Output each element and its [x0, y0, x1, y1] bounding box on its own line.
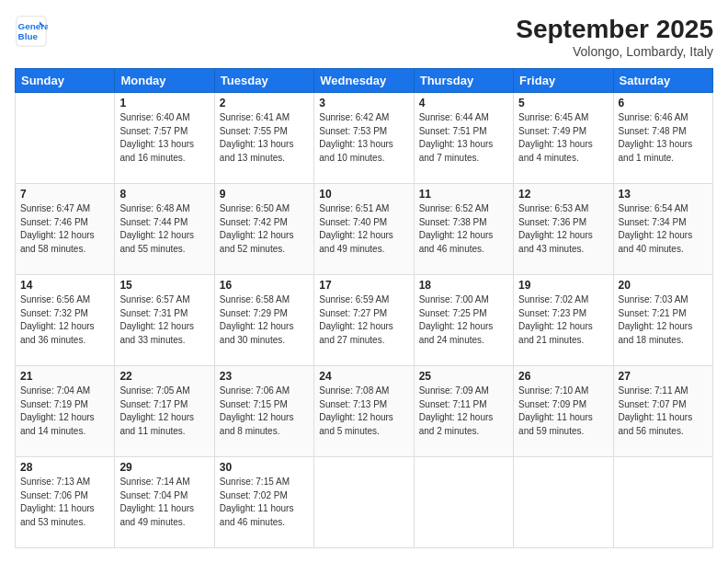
- day-info: Sunrise: 7:09 AM Sunset: 7:11 PM Dayligh…: [419, 385, 508, 438]
- day-header-thursday: Thursday: [414, 69, 513, 93]
- day-info: Sunrise: 7:08 AM Sunset: 7:13 PM Dayligh…: [319, 385, 408, 438]
- svg-text:Blue: Blue: [18, 31, 39, 41]
- day-number: 15: [119, 279, 209, 292]
- calendar-cell: 12Sunrise: 6:53 AM Sunset: 7:36 PM Dayli…: [514, 184, 613, 275]
- day-info: Sunrise: 6:46 AM Sunset: 7:48 PM Dayligh…: [619, 111, 708, 165]
- calendar-cell: 4Sunrise: 6:44 AM Sunset: 7:51 PM Daylig…: [414, 93, 513, 184]
- day-info: Sunrise: 7:11 AM Sunset: 7:07 PM Dayligh…: [619, 385, 708, 438]
- day-number: 14: [20, 279, 109, 292]
- day-header-tuesday: Tuesday: [214, 69, 313, 93]
- calendar-cell: 6Sunrise: 6:46 AM Sunset: 7:48 PM Daylig…: [613, 93, 712, 184]
- day-number: 3: [319, 97, 408, 109]
- calendar-cell: 9Sunrise: 6:50 AM Sunset: 7:42 PM Daylig…: [214, 184, 313, 275]
- day-info: Sunrise: 6:52 AM Sunset: 7:38 PM Dayligh…: [419, 202, 508, 256]
- calendar-cell: 30Sunrise: 7:15 AM Sunset: 7:02 PM Dayli…: [214, 457, 313, 548]
- calendar-cell: 23Sunrise: 7:06 AM Sunset: 7:15 PM Dayli…: [214, 366, 313, 457]
- calendar-cell: 11Sunrise: 6:52 AM Sunset: 7:38 PM Dayli…: [414, 184, 513, 275]
- day-header-monday: Monday: [115, 69, 214, 93]
- calendar-cell: 3Sunrise: 6:42 AM Sunset: 7:53 PM Daylig…: [314, 93, 414, 184]
- calendar-cell: 13Sunrise: 6:54 AM Sunset: 7:34 PM Dayli…: [613, 184, 712, 275]
- title-block: September 2025 Volongo, Lombardy, Italy: [516, 15, 713, 59]
- calendar-header: SundayMondayTuesdayWednesdayThursdayFrid…: [16, 69, 713, 93]
- day-header-sunday: Sunday: [16, 69, 115, 93]
- day-number: 9: [220, 188, 309, 201]
- day-number: 21: [20, 370, 109, 383]
- day-info: Sunrise: 7:03 AM Sunset: 7:21 PM Dayligh…: [619, 293, 708, 347]
- calendar-cell: 5Sunrise: 6:45 AM Sunset: 7:49 PM Daylig…: [514, 93, 613, 184]
- day-info: Sunrise: 6:58 AM Sunset: 7:29 PM Dayligh…: [220, 293, 309, 347]
- day-number: 26: [518, 370, 608, 383]
- day-info: Sunrise: 6:45 AM Sunset: 7:49 PM Dayligh…: [518, 111, 608, 165]
- calendar-cell: 22Sunrise: 7:05 AM Sunset: 7:17 PM Dayli…: [115, 366, 214, 457]
- calendar-body: 1Sunrise: 6:40 AM Sunset: 7:57 PM Daylig…: [16, 93, 713, 548]
- day-info: Sunrise: 7:00 AM Sunset: 7:25 PM Dayligh…: [419, 293, 508, 347]
- calendar-cell: 14Sunrise: 6:56 AM Sunset: 7:32 PM Dayli…: [16, 275, 115, 366]
- calendar-cell: 15Sunrise: 6:57 AM Sunset: 7:31 PM Dayli…: [115, 275, 214, 366]
- day-number: 4: [419, 97, 508, 109]
- calendar-cell: 19Sunrise: 7:02 AM Sunset: 7:23 PM Dayli…: [514, 275, 613, 366]
- calendar-cell: 1Sunrise: 6:40 AM Sunset: 7:57 PM Daylig…: [115, 93, 214, 184]
- day-header-friday: Friday: [514, 69, 613, 93]
- day-number: 17: [319, 279, 408, 292]
- calendar-cell: 21Sunrise: 7:04 AM Sunset: 7:19 PM Dayli…: [16, 366, 115, 457]
- calendar-week-1: 1Sunrise: 6:40 AM Sunset: 7:57 PM Daylig…: [16, 93, 713, 184]
- day-number: 20: [619, 279, 708, 292]
- calendar-cell: 18Sunrise: 7:00 AM Sunset: 7:25 PM Dayli…: [414, 275, 513, 366]
- day-info: Sunrise: 7:04 AM Sunset: 7:19 PM Dayligh…: [20, 385, 109, 438]
- calendar-cell: 7Sunrise: 6:47 AM Sunset: 7:46 PM Daylig…: [16, 184, 115, 275]
- calendar-cell: [16, 93, 115, 184]
- calendar-cell: 25Sunrise: 7:09 AM Sunset: 7:11 PM Dayli…: [414, 366, 513, 457]
- day-number: 2: [220, 97, 309, 109]
- logo: General Blue: [15, 15, 48, 48]
- day-info: Sunrise: 6:40 AM Sunset: 7:57 PM Dayligh…: [119, 111, 209, 165]
- calendar-cell: 8Sunrise: 6:48 AM Sunset: 7:44 PM Daylig…: [115, 184, 214, 275]
- day-info: Sunrise: 7:10 AM Sunset: 7:09 PM Dayligh…: [518, 385, 608, 438]
- calendar-cell: 17Sunrise: 6:59 AM Sunset: 7:27 PM Dayli…: [314, 275, 414, 366]
- day-number: 29: [119, 461, 209, 474]
- calendar-cell: 16Sunrise: 6:58 AM Sunset: 7:29 PM Dayli…: [214, 275, 313, 366]
- calendar-week-3: 14Sunrise: 6:56 AM Sunset: 7:32 PM Dayli…: [16, 275, 713, 366]
- day-number: 23: [220, 370, 309, 383]
- page-header: General Blue September 2025 Volongo, Lom…: [15, 15, 713, 59]
- day-number: 22: [119, 370, 209, 383]
- month-title: September 2025: [516, 15, 713, 44]
- calendar-cell: 28Sunrise: 7:13 AM Sunset: 7:06 PM Dayli…: [16, 457, 115, 548]
- calendar-cell: [314, 457, 414, 548]
- day-info: Sunrise: 7:05 AM Sunset: 7:17 PM Dayligh…: [119, 385, 209, 438]
- calendar-cell: 2Sunrise: 6:41 AM Sunset: 7:55 PM Daylig…: [214, 93, 313, 184]
- calendar-cell: [514, 457, 613, 548]
- day-info: Sunrise: 6:41 AM Sunset: 7:55 PM Dayligh…: [220, 111, 309, 165]
- day-info: Sunrise: 6:56 AM Sunset: 7:32 PM Dayligh…: [20, 293, 109, 347]
- day-number: 11: [419, 188, 508, 201]
- calendar-cell: 20Sunrise: 7:03 AM Sunset: 7:21 PM Dayli…: [613, 275, 712, 366]
- location: Volongo, Lombardy, Italy: [516, 44, 713, 59]
- day-number: 5: [518, 97, 608, 109]
- calendar-cell: 10Sunrise: 6:51 AM Sunset: 7:40 PM Dayli…: [314, 184, 414, 275]
- day-info: Sunrise: 6:42 AM Sunset: 7:53 PM Dayligh…: [319, 111, 408, 165]
- logo-icon: General Blue: [15, 15, 48, 48]
- day-info: Sunrise: 6:57 AM Sunset: 7:31 PM Dayligh…: [119, 293, 209, 347]
- day-number: 25: [419, 370, 508, 383]
- day-number: 8: [119, 188, 209, 201]
- day-info: Sunrise: 6:47 AM Sunset: 7:46 PM Dayligh…: [20, 202, 109, 256]
- day-number: 10: [319, 188, 408, 201]
- day-number: 28: [20, 461, 109, 474]
- day-number: 7: [20, 188, 109, 201]
- calendar-week-2: 7Sunrise: 6:47 AM Sunset: 7:46 PM Daylig…: [16, 184, 713, 275]
- day-info: Sunrise: 6:48 AM Sunset: 7:44 PM Dayligh…: [119, 202, 209, 256]
- day-number: 24: [319, 370, 408, 383]
- calendar-week-4: 21Sunrise: 7:04 AM Sunset: 7:19 PM Dayli…: [16, 366, 713, 457]
- calendar-cell: 29Sunrise: 7:14 AM Sunset: 7:04 PM Dayli…: [115, 457, 214, 548]
- day-number: 19: [518, 279, 608, 292]
- day-info: Sunrise: 7:02 AM Sunset: 7:23 PM Dayligh…: [518, 293, 608, 347]
- day-info: Sunrise: 6:59 AM Sunset: 7:27 PM Dayligh…: [319, 293, 408, 347]
- calendar-cell: [414, 457, 513, 548]
- day-number: 6: [619, 97, 708, 109]
- day-info: Sunrise: 6:54 AM Sunset: 7:34 PM Dayligh…: [619, 202, 708, 256]
- day-header-wednesday: Wednesday: [314, 69, 414, 93]
- day-info: Sunrise: 6:44 AM Sunset: 7:51 PM Dayligh…: [419, 111, 508, 165]
- day-header-saturday: Saturday: [613, 69, 712, 93]
- day-info: Sunrise: 7:15 AM Sunset: 7:02 PM Dayligh…: [220, 476, 309, 529]
- day-info: Sunrise: 7:13 AM Sunset: 7:06 PM Dayligh…: [20, 476, 109, 529]
- day-info: Sunrise: 7:06 AM Sunset: 7:15 PM Dayligh…: [220, 385, 309, 438]
